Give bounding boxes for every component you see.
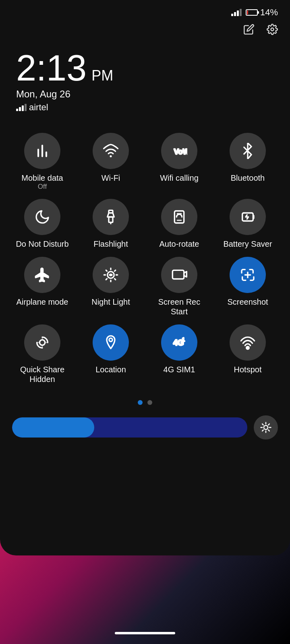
- tile-airplane-icon: [24, 257, 60, 293]
- settings-button[interactable]: [267, 24, 278, 38]
- carrier-name: airtel: [29, 102, 48, 113]
- tile-mobile-data-icon: [24, 133, 60, 169]
- tile-auto-rotate[interactable]: Auto-rotate: [149, 199, 209, 249]
- tile-wifi-label: Wi-Fi: [102, 173, 120, 183]
- tile-flashlight-icon: [93, 199, 129, 235]
- tile-screenshot-label: Screenshot: [227, 297, 268, 307]
- tile-location[interactable]: Location: [81, 324, 141, 384]
- brightness-bar[interactable]: [12, 417, 247, 438]
- tile-4g-icon: 4G 1: [161, 324, 197, 361]
- tile-battery-saver-label: Battery Saver: [223, 239, 272, 249]
- svg-point-17: [246, 347, 249, 349]
- tile-screenshot[interactable]: Screenshot: [218, 257, 278, 316]
- tile-4g-sim1[interactable]: 4G 1 4G SIM1: [149, 324, 209, 384]
- svg-rect-10: [172, 270, 184, 279]
- carrier-row: airtel: [16, 102, 274, 113]
- tile-auto-rotate-label: Auto-rotate: [160, 239, 199, 249]
- signal-icon: [231, 9, 242, 16]
- tile-wifi-calling[interactable]: VoWiFi Wifi calling: [149, 133, 209, 191]
- brightness-fill: [12, 417, 94, 438]
- tile-do-not-disturb[interactable]: Do Not Disturb: [12, 199, 72, 249]
- svg-point-1: [110, 155, 112, 157]
- status-bar: 14%: [0, 0, 290, 22]
- page-dot-2: [147, 400, 152, 405]
- tiles-row-4: Quick Share Hidden Location 4G 1: [12, 324, 278, 384]
- tile-bluetooth-label: Bluetooth: [231, 173, 265, 183]
- svg-rect-4: [109, 217, 113, 222]
- tile-4g-label: 4G SIM1: [164, 365, 195, 374]
- tile-wifi-calling-icon: VoWiFi: [161, 133, 197, 169]
- tile-night-light-icon: [93, 257, 129, 293]
- clock-section: 2:13 PM Mon, Aug 26 airtel: [0, 46, 290, 125]
- svg-point-0: [271, 28, 274, 31]
- tile-screen-rec-icon: [161, 257, 197, 293]
- tile-mobile-data-sublabel: Off: [38, 183, 47, 191]
- tile-mobile-data[interactable]: Mobile data Off: [12, 133, 72, 191]
- brightness-row: [0, 411, 290, 444]
- brightness-icon-button[interactable]: [254, 415, 278, 440]
- tile-night-light[interactable]: Night Light: [81, 257, 141, 316]
- tile-quick-share-icon: [24, 324, 60, 361]
- page-dots: [0, 400, 290, 405]
- tile-wifi-calling-label: Wifi calling: [160, 173, 199, 183]
- clock-ampm: PM: [91, 68, 113, 83]
- tile-auto-rotate-icon: [161, 199, 197, 235]
- svg-point-14: [109, 338, 112, 341]
- svg-point-18: [264, 425, 268, 429]
- clock-time: 2:13 PM: [16, 50, 274, 86]
- tile-bluetooth-icon: [230, 133, 266, 169]
- tiles-grid: Mobile data Off Wi-Fi: [0, 125, 290, 400]
- tile-night-light-label: Night Light: [91, 297, 130, 307]
- svg-rect-3: [109, 210, 113, 213]
- svg-text:VoWiFi: VoWiFi: [174, 147, 187, 156]
- tile-hotspot-icon: [230, 324, 266, 361]
- tile-airplane-label: Airplane mode: [17, 297, 68, 307]
- home-indicator[interactable]: [115, 632, 175, 634]
- tile-screen-rec[interactable]: Screen Rec Start: [149, 257, 209, 316]
- tile-mobile-data-label: Mobile data: [21, 173, 63, 183]
- tiles-row-1: Mobile data Off Wi-Fi: [12, 133, 278, 191]
- tile-flashlight-label: Flashlight: [93, 239, 128, 249]
- svg-text:1: 1: [182, 336, 185, 343]
- tile-screen-rec-label: Screen Rec Start: [149, 297, 209, 316]
- tile-airplane-mode[interactable]: Airplane mode: [12, 257, 72, 316]
- quick-settings-panel: 14% 2:13 PM Mon, Aug 26: [0, 0, 290, 555]
- top-icon-row: [0, 22, 290, 46]
- tile-wifi[interactable]: Wi-Fi: [81, 133, 141, 191]
- tile-dnd-icon: [24, 199, 60, 235]
- tile-wifi-icon: [93, 133, 129, 169]
- battery-indicator: 14%: [246, 7, 278, 18]
- tiles-row-2: Do Not Disturb Flashlight: [12, 199, 278, 249]
- tile-hotspot[interactable]: Hotspot: [218, 324, 278, 384]
- tile-hotspot-label: Hotspot: [234, 365, 262, 374]
- tile-flashlight[interactable]: Flashlight: [81, 199, 141, 249]
- tile-battery-saver-icon: [230, 199, 266, 235]
- tile-battery-saver[interactable]: Battery Saver: [218, 199, 278, 249]
- tile-screenshot-icon: [230, 257, 266, 293]
- tile-quick-share-label: Quick Share Hidden: [12, 365, 72, 384]
- tile-bluetooth[interactable]: Bluetooth: [218, 133, 278, 191]
- tiles-row-3: Airplane mode Night Light: [12, 257, 278, 316]
- battery-percent: 14%: [260, 7, 278, 18]
- carrier-signal-icon: [16, 104, 27, 111]
- svg-point-9: [110, 274, 111, 275]
- page-dot-1: [138, 400, 143, 405]
- tile-quick-share[interactable]: Quick Share Hidden: [12, 324, 72, 384]
- tile-dnd-label: Do Not Disturb: [16, 239, 68, 249]
- clock-date: Mon, Aug 26: [16, 89, 274, 100]
- edit-button[interactable]: [243, 24, 255, 38]
- tile-location-label: Location: [95, 365, 126, 374]
- tile-location-icon: [93, 324, 129, 361]
